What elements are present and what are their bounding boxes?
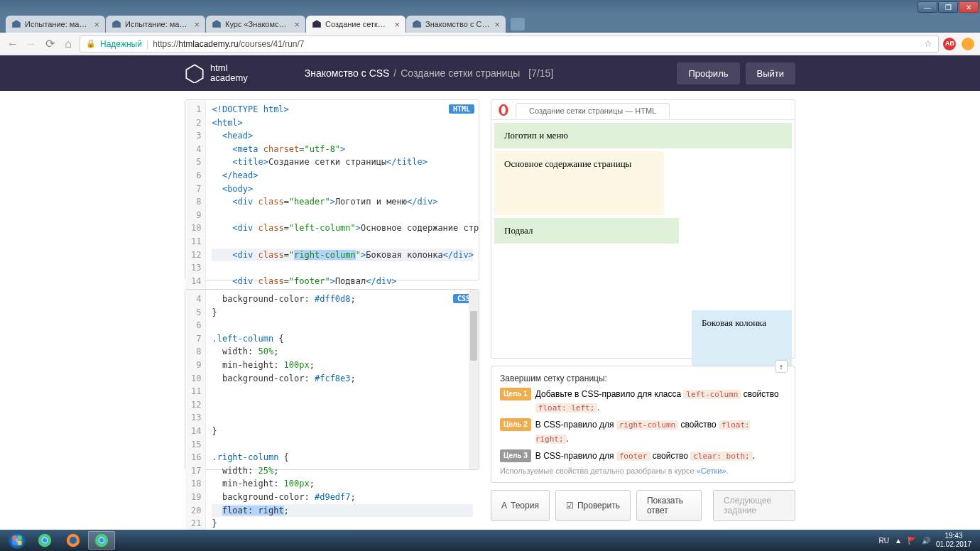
tab-favicon-icon [212, 19, 222, 29]
browser-toolbar: ← → ⟳ ⌂ 🔒 Надежный | https://htmlacademy… [0, 33, 980, 55]
svg-marker-3 [312, 20, 321, 28]
goal-item: Цель 1 Добавьте в CSS-правило для класса… [500, 388, 786, 415]
site-logo[interactable]: htmlacademy [185, 63, 248, 84]
breadcrumb: Знакомство с CSS / Создание сетки страни… [305, 67, 554, 79]
goals-note-link[interactable]: «Сетки» [697, 467, 726, 475]
lock-icon: 🔒 [86, 39, 96, 48]
editor-code[interactable]: background-color: #dff0d8; } .left-colum… [206, 290, 479, 551]
address-bar[interactable]: 🔒 Надежный | https://htmlacademy.ru/cour… [80, 36, 939, 53]
tab-title: Испытание: макет-про... [25, 20, 89, 28]
extension-icon[interactable]: AB [943, 38, 956, 50]
tab-close-icon[interactable]: × [194, 19, 200, 30]
goals-note: Используемые свойства детально разобраны… [500, 467, 786, 475]
browser-tab[interactable]: Курс «Знакомство с CS... × [206, 16, 305, 33]
profile-button[interactable]: Профиль [677, 62, 739, 84]
svg-marker-4 [413, 20, 421, 28]
svg-rect-10 [13, 536, 16, 540]
tab-close-icon[interactable]: × [394, 19, 400, 30]
svg-rect-11 [18, 536, 21, 540]
site-header: htmlacademy Знакомство с CSS / Создание … [0, 55, 980, 91]
svg-point-9 [10, 533, 24, 547]
breadcrumb-course[interactable]: Знакомство с CSS [305, 67, 390, 79]
windows-logo-icon [8, 531, 26, 550]
svg-point-18 [70, 537, 77, 544]
opera-icon [497, 104, 510, 116]
tab-close-icon[interactable]: × [94, 19, 99, 30]
goal-item: Цель 2 В CSS-правило для right-column св… [500, 418, 786, 445]
window-minimize-button[interactable]: — [918, 1, 937, 13]
goals-title: Завершим сетку страницы: [500, 373, 786, 383]
browser-tabstrip: Испытание: макет-про... × Испытание: мак… [0, 14, 980, 33]
taskbar-app-firefox[interactable] [60, 531, 87, 550]
goals-panel: ↑ Завершим сетку страницы: Цель 1 Добавь… [491, 366, 795, 483]
goal-badge: Цель 3 [500, 449, 531, 462]
svg-point-7 [501, 106, 506, 114]
start-button[interactable] [3, 530, 31, 550]
taskbar-app-chrome[interactable] [31, 531, 58, 550]
back-button[interactable]: ← [6, 37, 20, 51]
logout-button[interactable]: Выйти [746, 62, 796, 84]
preview-panel: Создание сетки страницы — HTML Логотип и… [491, 99, 795, 359]
window-close-button[interactable]: ✕ [959, 1, 979, 13]
editor-gutter: 456789101112131415161718192021222324 [185, 290, 206, 551]
url-text: https://htmlacademy.ru/courses/41/run/7 [153, 39, 304, 49]
preview-footer-block: Подвал [494, 218, 679, 244]
collapse-up-icon[interactable]: ↑ [775, 360, 788, 373]
font-icon: A [501, 501, 507, 511]
html-editor[interactable]: HTML 12345678910111213141516 <!DOCTYPE h… [185, 99, 479, 280]
svg-marker-5 [186, 65, 202, 83]
svg-point-16 [43, 538, 48, 543]
star-icon[interactable]: ☆ [924, 38, 932, 49]
next-task-button: Следующее задание [713, 490, 795, 521]
tray-up-icon[interactable]: ▲ [895, 537, 902, 545]
preview-left-block: Основное содержание страницы [494, 151, 664, 215]
svg-marker-0 [12, 20, 21, 28]
windows-titlebar: — ❐ ✕ [0, 0, 980, 14]
show-answer-button[interactable]: Показать ответ [636, 490, 702, 521]
browser-tab[interactable]: Испытание: макет-про... × [106, 16, 205, 33]
tab-favicon-icon [111, 19, 121, 29]
goal-badge: Цель 1 [500, 388, 531, 400]
theory-button[interactable]: AТеория [491, 490, 550, 521]
reload-button[interactable]: ⟳ [43, 37, 57, 51]
new-tab-button[interactable] [511, 18, 525, 31]
editor-badge-html: HTML [449, 104, 474, 114]
svg-rect-13 [18, 541, 21, 545]
preview-tab[interactable]: Создание сетки страницы — HTML [516, 103, 670, 118]
tray-lang[interactable]: RU [879, 537, 889, 545]
goal-item: Цель 3 В CSS-правило для footer свойство… [500, 449, 786, 463]
forward-button[interactable]: → [24, 37, 38, 51]
window-maximize-button[interactable]: ❐ [938, 1, 958, 13]
logo-icon [185, 63, 205, 83]
windows-taskbar: RU ▲ 🚩 🔊 19:43 01.02.2017 [0, 530, 980, 551]
breadcrumb-page: Создание сетки страницы [401, 67, 520, 79]
tray-clock[interactable]: 19:43 01.02.2017 [936, 532, 971, 549]
svg-rect-12 [13, 541, 16, 545]
tab-title: Создание сетки страни... [325, 20, 389, 28]
browser-tab[interactable]: Знакомство с CSS / Соз... × [406, 16, 506, 33]
browser-tab[interactable]: Испытание: макет-про... × [6, 16, 105, 33]
scrollbar[interactable] [469, 290, 479, 469]
editor-code[interactable]: <!DOCTYPE html> <html> <head> <meta char… [206, 100, 479, 317]
check-button[interactable]: ☑Проверить [555, 490, 631, 521]
extension-icons: AB [943, 38, 974, 50]
tab-title: Знакомство с CSS / Соз... [425, 20, 489, 28]
extension-icon[interactable] [962, 38, 974, 50]
action-bar: AТеория ☑Проверить Показать ответ Следую… [491, 490, 795, 521]
svg-marker-1 [112, 20, 121, 28]
tab-favicon-icon [312, 19, 322, 29]
editor-gutter: 12345678910111213141516 [185, 100, 206, 317]
preview-header-block: Логотип и меню [494, 123, 792, 148]
tab-favicon-icon [412, 19, 422, 29]
css-editor[interactable]: CSS 456789101112131415161718192021222324… [185, 289, 479, 470]
taskbar-app-chrome-active[interactable] [88, 531, 115, 550]
tray-sound-icon[interactable]: 🔊 [922, 537, 930, 545]
preview-viewport: Логотип и меню Основное содержание стран… [491, 120, 795, 358]
check-icon: ☑ [566, 501, 574, 511]
home-button[interactable]: ⌂ [61, 37, 75, 51]
tab-close-icon[interactable]: × [294, 19, 300, 30]
secure-label: Надежный [100, 39, 142, 49]
tray-flag-icon[interactable]: 🚩 [908, 537, 916, 545]
tab-close-icon[interactable]: × [494, 19, 500, 30]
browser-tab-active[interactable]: Создание сетки страни... × [306, 16, 405, 33]
